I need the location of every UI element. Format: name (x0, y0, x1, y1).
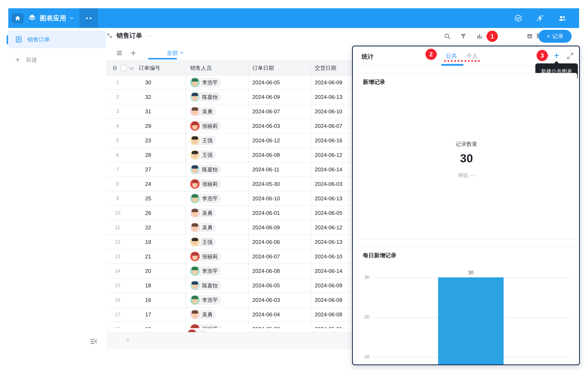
magic-sparkle-icon[interactable] (536, 14, 544, 22)
order-number-cell[interactable]: 28 (145, 152, 151, 158)
order-number-cell[interactable]: 18 (145, 282, 151, 289)
people-icon[interactable] (558, 14, 567, 23)
table-row[interactable]: 1420李浩宇2024-06-082024-06-14 (106, 264, 377, 278)
table-row[interactable]: 824张丽莉2024-05-302024-06-03 (106, 177, 377, 191)
chart-icon[interactable] (476, 33, 483, 40)
table-row[interactable]: 1219王强2024-06-062024-06-13 (106, 235, 377, 249)
order-number-cell[interactable]: 24 (145, 181, 151, 187)
order-date-cell[interactable]: 2024-06-05 (248, 278, 311, 293)
table-row[interactable]: 523王强2024-06-122024-06-16 (106, 134, 377, 148)
salesperson-cell[interactable]: 王强 (186, 235, 248, 249)
order-number-cell[interactable]: 26 (145, 210, 151, 216)
order-date-cell[interactable]: 2024-06-12 (248, 134, 311, 147)
expand-view-icon[interactable] (106, 32, 113, 39)
salesperson-cell[interactable]: 王强 (186, 134, 248, 147)
expand-rows-chevron-icon[interactable] (129, 65, 134, 70)
salesperson-cell[interactable]: 张丽莉 (186, 249, 248, 264)
salesperson-cell[interactable]: 陈嘉怡 (186, 162, 248, 176)
column-header-salesperson[interactable]: 销售人员 (186, 61, 248, 75)
stat-card-new-records[interactable]: 新增记录 记录数量 30 环比 - - (356, 73, 577, 239)
order-number-cell[interactable]: 22 (145, 224, 151, 231)
order-number-cell[interactable]: 23 (145, 137, 151, 144)
order-date-cell[interactable]: 2024-06-09 (248, 220, 311, 235)
search-icon[interactable] (444, 33, 451, 40)
view-list-icon[interactable] (116, 50, 123, 56)
order-date-cell[interactable]: 2024-06-01 (248, 206, 311, 220)
table-row[interactable]: 1026吴勇2024-06-012024-06-05 (106, 206, 377, 220)
table-row[interactable]: 429张丽莉2024-06-032024-06-07 (106, 119, 377, 134)
order-number-cell[interactable]: 29 (145, 123, 151, 129)
table-row[interactable]: 232陈嘉怡2024-06-092024-06-13 (106, 90, 377, 104)
order-date-cell[interactable]: 2024-05-30 (248, 177, 311, 191)
salesperson-cell[interactable]: 张丽莉 (186, 119, 248, 133)
order-number-cell[interactable]: 17 (145, 311, 151, 318)
collapsed-tab[interactable] (79, 8, 98, 28)
salesperson-cell[interactable]: 吴勇 (186, 206, 248, 220)
tab-public[interactable]: 公共 (446, 52, 457, 60)
sidebar-item-sales-orders[interactable]: 销售订单 (8, 31, 106, 48)
table-row[interactable]: 1518陈嘉怡2024-06-052024-06-09 (106, 278, 377, 293)
order-date-cell[interactable]: 2024-06-08 (248, 148, 311, 162)
table-row[interactable]: 1616李浩宇2024-06-032024-06-09 (106, 293, 377, 308)
chart-card-daily-new-records[interactable]: 每日新增记录 30201030 (356, 246, 577, 365)
order-number-cell[interactable]: 27 (145, 166, 151, 173)
add-view-icon[interactable] (130, 50, 136, 56)
tab-personal[interactable]: 个人 (466, 52, 478, 60)
select-all-checkbox[interactable] (121, 65, 127, 71)
salesperson-cell[interactable]: 吴勇 (186, 308, 248, 321)
order-number-cell[interactable]: 32 (145, 94, 151, 100)
salesperson-cell[interactable]: 吴勇 (186, 104, 248, 119)
order-date-cell[interactable]: 2024-06-05 (248, 75, 311, 90)
filter-icon[interactable] (460, 33, 467, 40)
order-date-cell[interactable]: 2024-06-06 (248, 235, 311, 249)
salesperson-cell[interactable]: 吴勇 (186, 220, 248, 235)
table-row[interactable]: 1122吴勇2024-06-092024-06-12 (106, 220, 377, 235)
order-date-cell[interactable]: 2024-06-07 (248, 104, 311, 119)
order-number-cell[interactable]: 25 (145, 195, 151, 202)
view-more-icon[interactable]: ··· (146, 32, 153, 39)
expand-panel-icon[interactable] (566, 52, 574, 60)
bar[interactable] (438, 278, 504, 365)
table-row[interactable]: 1321张丽莉2024-06-072024-06-10 (106, 249, 377, 264)
salesperson-cell[interactable]: 李浩宇 (186, 75, 248, 90)
tab-all-views[interactable]: 全部 (167, 49, 184, 57)
summary-equal-icon[interactable]: = (126, 337, 129, 343)
column-header-order-no[interactable]: 订单编号 (139, 64, 160, 72)
order-date-cell[interactable]: 2024-06-11 (248, 162, 311, 176)
salesperson-cell[interactable]: 陈嘉怡 (186, 90, 248, 104)
order-number-cell[interactable]: 30 (145, 79, 151, 86)
order-date-cell[interactable]: 2024-06-08 (248, 264, 311, 278)
order-number-cell[interactable]: 16 (145, 297, 151, 303)
order-date-cell[interactable]: 2024-06-03 (248, 119, 311, 133)
salesperson-cell[interactable]: 王强 (186, 148, 248, 162)
order-date-cell[interactable]: 2024-06-07 (248, 249, 311, 264)
table-row[interactable]: 628王强2024-06-082024-06-12 (106, 148, 377, 162)
sidebar-new-button[interactable]: + 新建 (8, 53, 106, 67)
order-number-cell[interactable]: 31 (145, 108, 151, 115)
check-circle-icon[interactable] (514, 14, 522, 22)
home-button[interactable] (12, 13, 24, 23)
salesperson-cell[interactable]: 李浩宇 (186, 264, 248, 278)
table-row[interactable]: 130李浩宇2024-06-052024-06-09 (106, 75, 377, 90)
add-record-button[interactable]: + 记录 (538, 30, 572, 43)
order-number-cell[interactable]: 20 (145, 268, 151, 274)
order-number-cell[interactable]: 19 (145, 239, 151, 245)
app-title[interactable]: 图表应用 (40, 14, 66, 23)
salesperson-cell[interactable]: 陈嘉怡 (186, 278, 248, 293)
table-row[interactable]: 1717吴勇2024-06-042024-06-08 (106, 308, 377, 322)
order-date-cell[interactable]: 2024-06-10 (248, 191, 311, 206)
save-view-icon[interactable] (112, 65, 118, 71)
table-row[interactable]: 925李浩宇2024-06-102024-06-13 (106, 191, 377, 206)
order-date-cell[interactable]: 2024-06-09 (248, 90, 311, 104)
salesperson-cell[interactable]: 张丽莉 (186, 177, 248, 191)
add-chart-button[interactable]: + (552, 51, 561, 60)
collapse-sidebar-icon[interactable] (89, 338, 98, 345)
order-date-cell[interactable]: 2024-06-03 (248, 293, 311, 307)
table-row[interactable]: 727陈嘉怡2024-06-112024-06-14 (106, 162, 377, 177)
table-row[interactable]: 331吴勇2024-06-072024-06-10 (106, 104, 377, 119)
column-header-order-date[interactable]: 订单日期 (248, 61, 311, 75)
salesperson-cell[interactable]: 李浩宇 (186, 191, 248, 206)
order-number-cell[interactable]: 21 (145, 253, 151, 260)
chevron-down-icon[interactable] (69, 16, 74, 21)
salesperson-cell[interactable]: 李浩宇 (186, 293, 248, 307)
